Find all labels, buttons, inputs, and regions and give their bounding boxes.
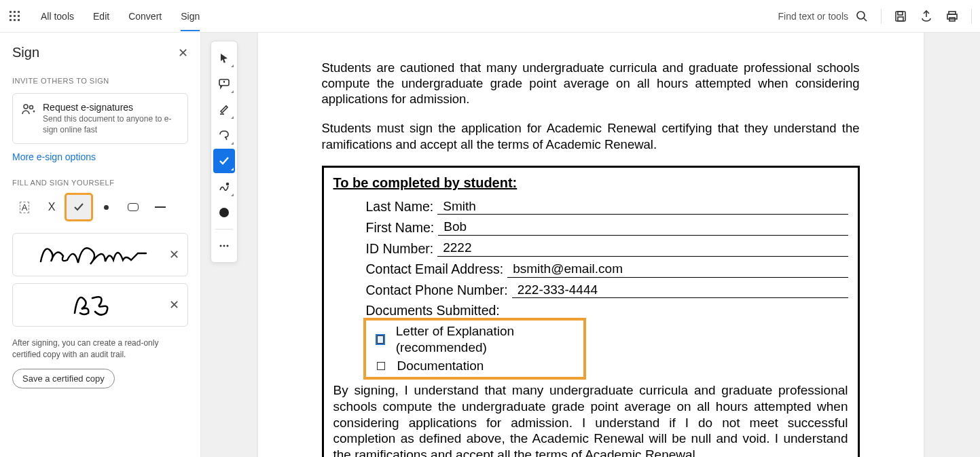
menu-sign[interactable]: Sign xyxy=(171,1,209,31)
line-tool[interactable] xyxy=(148,195,173,219)
delete-initials-icon[interactable]: ✕ xyxy=(169,297,179,312)
doc-item-0: Letter of Explanation (recommended) xyxy=(370,322,579,357)
svg-point-23 xyxy=(227,183,229,185)
menubar-left: All tools Edit Convert Sign xyxy=(8,1,209,31)
initials-image xyxy=(21,290,169,320)
draw-tool[interactable] xyxy=(213,175,235,199)
cursor-tool[interactable] xyxy=(213,45,235,70)
svg-point-26 xyxy=(227,245,229,247)
find-label: Find text or tools xyxy=(778,11,849,22)
section-fill-label: FILL AND SIGN YOURSELF xyxy=(12,179,188,187)
sign-sidebar: Sign ✕ INVITE OTHERS TO SIGN Request e-s… xyxy=(0,33,201,457)
save-certified-copy-button[interactable]: Save a certified copy xyxy=(12,369,115,388)
paragraph-2: Students must sign the application for A… xyxy=(322,120,860,151)
comment-tool[interactable] xyxy=(213,71,235,96)
request-esignatures-card[interactable]: Request e-signatures Send this document … xyxy=(12,93,188,144)
menu-edit[interactable]: Edit xyxy=(84,1,119,31)
row-phone: Contact Phone Number: 222-333-4444 xyxy=(366,282,848,299)
svg-line-10 xyxy=(864,18,867,21)
signing-note: After signing, you can create a read-onl… xyxy=(12,337,188,361)
student-form-box: To be completed by student: Last Name: S… xyxy=(322,166,860,457)
x-mark-tool[interactable]: X xyxy=(39,195,64,219)
people-icon xyxy=(21,102,36,135)
delete-signature-icon[interactable]: ✕ xyxy=(169,247,179,262)
section-invite-label: INVITE OTHERS TO SIGN xyxy=(12,77,188,85)
svg-point-17 xyxy=(24,105,28,109)
dot-tool[interactable] xyxy=(94,195,118,219)
card-title: Request e-signatures xyxy=(43,102,179,113)
separator xyxy=(881,9,882,24)
card-sub: Send this document to anyone to e-sign o… xyxy=(43,114,179,135)
top-menubar: All tools Edit Convert Sign Find text or… xyxy=(0,0,980,33)
doc-item-1: Documentation xyxy=(370,357,579,376)
value-email[interactable]: bsmith@email.com xyxy=(507,261,848,278)
document-area[interactable]: Students are cautioned that many undergr… xyxy=(201,33,980,457)
floating-toolbar xyxy=(211,41,238,263)
svg-rect-2 xyxy=(18,11,20,13)
highlight-tool[interactable] xyxy=(213,97,235,122)
row-id: ID Number: 2222 xyxy=(366,240,848,257)
toolbar-separator xyxy=(215,229,233,230)
form-heading: To be completed by student: xyxy=(333,175,848,191)
color-dot-tool[interactable] xyxy=(213,200,235,225)
lasso-tool[interactable] xyxy=(213,123,235,147)
svg-rect-7 xyxy=(14,19,16,21)
label-id: ID Number: xyxy=(366,240,434,257)
share-icon[interactable] xyxy=(920,10,933,23)
svg-point-25 xyxy=(223,245,225,247)
svg-point-9 xyxy=(857,12,865,19)
check-tool[interactable] xyxy=(213,149,235,173)
initials-box[interactable]: ✕ xyxy=(12,283,188,327)
label-email: Contact Email Address: xyxy=(366,261,504,277)
svg-rect-12 xyxy=(898,12,903,15)
svg-rect-3 xyxy=(10,15,12,17)
close-icon[interactable]: ✕ xyxy=(178,45,188,60)
svg-rect-15 xyxy=(947,14,957,19)
row-last-name: Last Name: Smith xyxy=(366,198,848,215)
apps-grid-icon[interactable] xyxy=(8,10,22,23)
text-tool[interactable]: A xyxy=(12,195,37,219)
value-last-name[interactable]: Smith xyxy=(437,198,848,215)
doc-label-1: Documentation xyxy=(397,358,484,374)
print-icon[interactable] xyxy=(945,10,959,23)
svg-rect-5 xyxy=(18,15,20,17)
row-email: Contact Email Address: bsmith@email.com xyxy=(366,261,848,278)
menu-convert[interactable]: Convert xyxy=(119,1,171,31)
circle-tool[interactable] xyxy=(121,195,145,219)
signature-box[interactable]: ✕ xyxy=(12,233,188,276)
more-tool[interactable] xyxy=(213,234,235,258)
signature-image xyxy=(21,240,169,270)
label-phone: Contact Phone Number: xyxy=(366,282,508,298)
label-last-name: Last Name: xyxy=(366,198,434,215)
docs-label: Documents Submitted: xyxy=(366,302,848,318)
agreement-paragraph: By signing, I understand that many under… xyxy=(333,382,848,457)
checkbox-documentation[interactable] xyxy=(377,362,385,370)
svg-rect-1 xyxy=(14,11,16,13)
check-mark-tool[interactable] xyxy=(67,195,91,219)
separator xyxy=(971,9,972,24)
svg-point-24 xyxy=(220,245,222,247)
svg-rect-4 xyxy=(14,15,16,17)
menu-all-tools[interactable]: All tools xyxy=(31,1,84,31)
docs-highlight-box: Letter of Explanation (recommended) Docu… xyxy=(366,321,583,377)
more-esign-link[interactable]: More e-sign options xyxy=(12,151,96,162)
svg-rect-6 xyxy=(10,19,12,21)
paragraph-1: Students are cautioned that many undergr… xyxy=(322,60,860,107)
save-icon[interactable] xyxy=(894,10,907,23)
value-phone[interactable]: 222-333-4444 xyxy=(512,282,848,299)
svg-rect-13 xyxy=(898,17,903,21)
value-first-name[interactable]: Bob xyxy=(438,219,848,236)
fill-tool-row: A X xyxy=(12,195,188,219)
svg-point-18 xyxy=(30,106,33,109)
search-icon[interactable] xyxy=(855,10,869,23)
svg-rect-8 xyxy=(18,19,20,21)
document-page: Students are cautioned that many undergr… xyxy=(258,33,924,457)
svg-rect-0 xyxy=(10,11,12,13)
label-first-name: First Name: xyxy=(366,219,435,236)
checkbox-letter[interactable] xyxy=(377,335,384,344)
sidebar-title: Sign xyxy=(12,45,39,60)
svg-rect-11 xyxy=(896,12,905,21)
row-first-name: First Name: Bob xyxy=(366,219,848,236)
value-id[interactable]: 2222 xyxy=(437,240,848,257)
menubar-right: Find text or tools xyxy=(778,9,973,24)
